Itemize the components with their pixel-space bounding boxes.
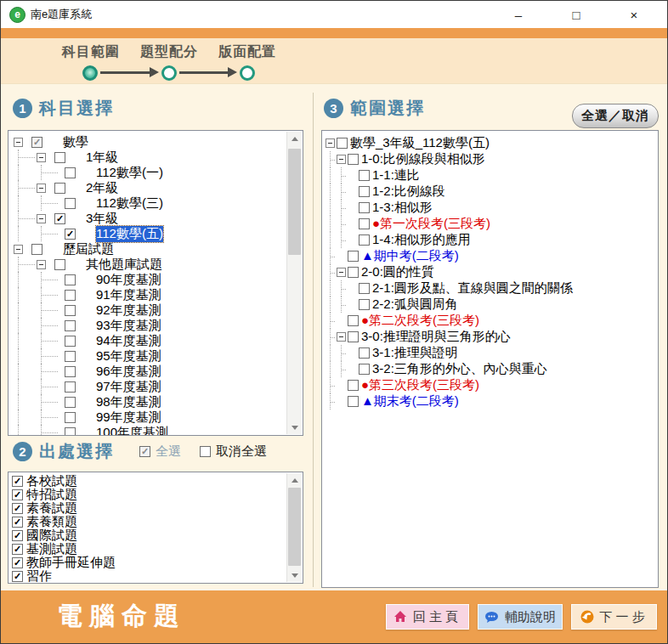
scrollbar-thumb[interactable]: [288, 149, 301, 255]
tree-checkbox[interactable]: [65, 274, 76, 285]
source-list-scrollbar[interactable]: [286, 473, 302, 582]
list-item-checkbox[interactable]: [12, 503, 23, 514]
tree-checkbox[interactable]: [65, 427, 76, 437]
tree-item-label[interactable]: 112數學(一): [96, 165, 163, 181]
tree-checkbox[interactable]: [348, 251, 359, 262]
tree-item-label[interactable]: 90年度基測: [96, 272, 161, 288]
tree-item-label[interactable]: 歷屆試題: [63, 241, 114, 257]
home-button[interactable]: 回主頁: [386, 604, 469, 630]
tree-expander-icon[interactable]: [326, 138, 335, 148]
tree-checkbox[interactable]: [54, 183, 65, 194]
tree-item-label[interactable]: 99年度基測: [96, 410, 161, 426]
list-item-label[interactable]: 習作: [26, 568, 52, 585]
tree-item-label[interactable]: 95年度基測: [96, 348, 161, 364]
tree-expander-icon[interactable]: [37, 260, 46, 269]
help-button[interactable]: 輔助說明: [478, 604, 563, 630]
scroll-up-icon[interactable]: [287, 132, 302, 145]
select-all-toggle-button[interactable]: 全選／取消: [572, 104, 659, 128]
next-step-button[interactable]: 下一步: [571, 604, 657, 630]
tree-checkbox[interactable]: [348, 315, 359, 326]
tree-expander-icon[interactable]: [14, 245, 23, 254]
tree-item-label[interactable]: 2年級: [86, 180, 118, 196]
maximize-button[interactable]: □: [569, 8, 584, 22]
tree-checkbox[interactable]: [31, 137, 42, 148]
tree-checkbox[interactable]: [65, 305, 76, 316]
tree-expander-icon[interactable]: [337, 155, 346, 164]
minimize-button[interactable]: –: [511, 8, 526, 22]
tree-checkbox[interactable]: [65, 229, 76, 240]
tree-checkbox[interactable]: [359, 202, 370, 213]
tree-checkbox[interactable]: [337, 138, 348, 149]
tree-item-label[interactable]: ●第三次段考(三段考): [361, 377, 479, 393]
tree-checkbox[interactable]: [359, 299, 370, 310]
tree-checkbox[interactable]: [65, 336, 76, 347]
tree-checkbox[interactable]: [348, 331, 359, 342]
tree-checkbox[interactable]: [31, 244, 42, 255]
tree-checkbox[interactable]: [65, 351, 76, 362]
tree-item-label[interactable]: 3年級: [86, 211, 118, 227]
step-circle-2[interactable]: [161, 65, 177, 81]
tree-expander-icon[interactable]: [337, 332, 346, 342]
scroll-up-icon[interactable]: [287, 473, 302, 487]
list-item-checkbox[interactable]: [12, 530, 23, 541]
tree-item-label[interactable]: 數學_3年級_112數學(五): [350, 135, 490, 151]
tree-item-label[interactable]: ▲期中考(二段考): [361, 248, 459, 264]
tree-checkbox[interactable]: [359, 283, 370, 294]
tree-checkbox[interactable]: [65, 320, 76, 331]
tree-item-label[interactable]: ●第一次段考(三段考): [372, 216, 490, 232]
tree-checkbox[interactable]: [65, 397, 76, 408]
tree-item-label[interactable]: 2-1:圓形及點、直線與圓之間的關係: [372, 280, 573, 297]
tree-expander-icon[interactable]: [37, 184, 46, 193]
tree-item-label[interactable]: 1-0:比例線段與相似形: [361, 151, 485, 167]
tree-item-label[interactable]: 92年度基測: [96, 302, 161, 319]
list-item-checkbox[interactable]: [12, 544, 23, 555]
tree-expander-icon[interactable]: [37, 214, 46, 223]
tree-item-label[interactable]: 1-1:連比: [372, 167, 420, 184]
step-circle-1-active[interactable]: [82, 65, 98, 81]
tree-item-label[interactable]: 1-4:相似形的應用: [372, 232, 471, 248]
list-item-checkbox[interactable]: [12, 571, 23, 582]
tree-checkbox[interactable]: [65, 198, 76, 209]
tree-item-label[interactable]: 2-0:圓的性質: [361, 264, 434, 280]
tree-checkbox[interactable]: [348, 380, 359, 391]
tree-item-label[interactable]: 100年度基測: [96, 425, 168, 436]
tree-item-label[interactable]: 3-0:推理證明與三角形的心: [361, 329, 511, 345]
step-circle-3[interactable]: [240, 65, 255, 81]
list-item-checkbox[interactable]: [12, 489, 23, 500]
tree-checkbox[interactable]: [54, 152, 65, 163]
close-button[interactable]: ×: [626, 8, 642, 22]
tree-checkbox[interactable]: [359, 364, 370, 375]
list-item-checkbox[interactable]: [12, 557, 23, 568]
scroll-down-icon[interactable]: [287, 421, 302, 434]
tree-item-label[interactable]: 其他題庫試題: [86, 257, 162, 273]
tree-checkbox[interactable]: [348, 396, 359, 407]
tree-item-label[interactable]: 1-2:比例線段: [372, 184, 445, 200]
tree-expander-icon[interactable]: [14, 138, 23, 147]
tree-item-label[interactable]: 93年度基測: [96, 318, 161, 334]
tree-item-label[interactable]: 94年度基測: [96, 333, 161, 349]
tree-item-label[interactable]: 3-1:推理與證明: [372, 345, 458, 361]
tree-checkbox[interactable]: [359, 347, 370, 359]
scrollbar-thumb[interactable]: [288, 488, 301, 566]
scroll-down-icon[interactable]: [287, 568, 302, 582]
tree-item-label[interactable]: 3-2:三角形的外心、內心與重心: [372, 361, 547, 377]
tree-checkbox[interactable]: [65, 167, 76, 178]
tree-checkbox[interactable]: [65, 412, 76, 423]
tree-item-label[interactable]: 98年度基測: [96, 394, 161, 410]
tree-checkbox[interactable]: [359, 170, 370, 181]
select-all-checkbox[interactable]: [139, 446, 150, 457]
tree-item-label[interactable]: 1-3:相似形: [372, 200, 433, 216]
tree-item-label[interactable]: 1年級: [86, 150, 118, 166]
tree-item-label[interactable]: 112數學(五): [96, 226, 163, 242]
tree-checkbox[interactable]: [359, 234, 370, 246]
tree-item-label[interactable]: 97年度基測: [96, 379, 161, 395]
tree-checkbox[interactable]: [65, 290, 76, 301]
tree-checkbox[interactable]: [348, 267, 359, 278]
tree-item-label[interactable]: 2-2:弧與圓周角: [372, 297, 458, 313]
tree-item-label[interactable]: 數學: [63, 134, 88, 150]
tree-checkbox[interactable]: [65, 381, 76, 393]
tree-expander-icon[interactable]: [37, 153, 46, 162]
tree-checkbox[interactable]: [65, 366, 76, 377]
tree-item-label[interactable]: 96年度基測: [96, 364, 161, 380]
tree-checkbox[interactable]: [359, 218, 370, 229]
